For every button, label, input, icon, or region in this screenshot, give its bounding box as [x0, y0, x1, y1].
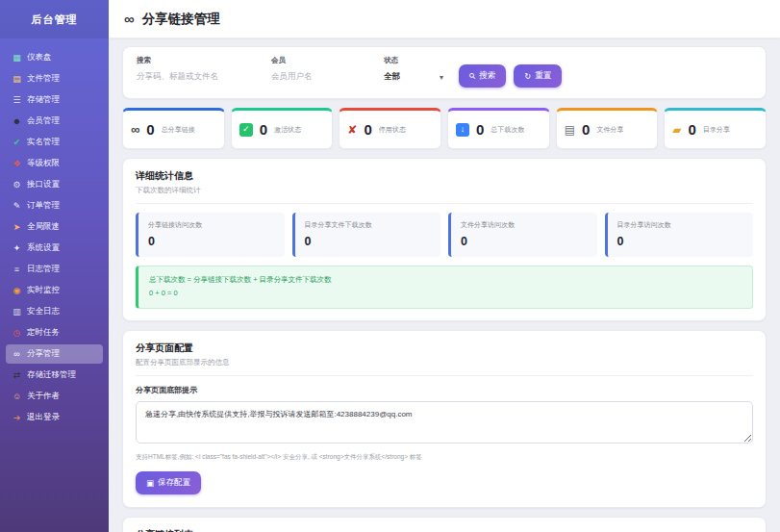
sidebar-item-label: 会员管理: [27, 115, 60, 127]
sidebar-item-files[interactable]: ▤ 文件管理: [6, 69, 103, 89]
sidebar-item-api[interactable]: ⚙ 接口设置: [6, 175, 103, 194]
stat-box-file-share-visits: 文件分享访问次数 0: [448, 213, 597, 257]
content: 搜索 会员 状态 全部 ▾ ⚲ 搜索: [109, 38, 780, 532]
check-icon: ✔: [12, 138, 22, 147]
stat-box-value: 0: [617, 235, 744, 248]
status-select[interactable]: 全部 ▾: [384, 69, 443, 85]
stat-value: 0: [689, 121, 696, 138]
link-icon: ∞: [12, 349, 22, 359]
stat-box-value: 0: [305, 235, 432, 248]
stat-box-label: 分享链接访问次数: [148, 220, 275, 230]
formula-line2: 0 + 0 = 0: [149, 287, 742, 300]
status-label: 状态: [384, 56, 443, 65]
sidebar-item-speedlimit[interactable]: ➤ 全局限速: [6, 217, 103, 237]
sidebar-item-logout[interactable]: ➔ 退出登录: [6, 408, 103, 427]
search-field-group: 搜索: [137, 56, 250, 83]
stat-value: 0: [364, 121, 371, 138]
sidebar-item-label: 接口设置: [27, 179, 60, 190]
sidebar-item-dashboard[interactable]: ▦ 仪表盘: [6, 48, 103, 67]
sidebar-item-label: 全局限速: [27, 221, 60, 233]
sidebar-item-realname[interactable]: ✔ 实名管理: [6, 133, 103, 152]
stat-box-label: 目录分享文件下载次数: [305, 220, 432, 230]
file-icon: ▤: [565, 124, 575, 136]
sidebar-item-system-settings[interactable]: ✦ 系统设置: [6, 239, 103, 258]
sidebar-item-label: 订单管理: [27, 200, 60, 212]
sidebar-item-label: 退出登录: [27, 412, 60, 423]
share-config-title: 分享页面配置: [136, 342, 753, 355]
stat-card-total-links: ∞ 0 总分享链接: [122, 108, 225, 149]
search-button[interactable]: ⚲ 搜索: [459, 64, 506, 88]
folder-icon: ▤: [12, 74, 22, 84]
stat-value: 0: [146, 121, 154, 138]
stat-value: 0: [582, 121, 590, 138]
order-icon: ✎: [12, 201, 22, 211]
stat-card-active: ✓ 0 激活状态: [231, 108, 334, 149]
sidebar-menu: ▦ 仪表盘 ▤ 文件管理 ☰ 存储管理 ☻ 会员管理 ✔ 实名管理 ❖ 等级权限: [0, 38, 109, 429]
migrate-icon: ⇄: [12, 370, 22, 380]
sidebar-item-label: 仪表盘: [27, 52, 52, 63]
detail-stats-title: 详细统计信息: [136, 169, 753, 183]
sidebar-item-about[interactable]: ☺ 关于作者: [6, 387, 103, 406]
member-label: 会员: [271, 56, 363, 65]
sidebar-item-orders[interactable]: ✎ 订单管理: [6, 196, 103, 215]
search-input[interactable]: [137, 69, 250, 83]
sidebar-item-monitor[interactable]: ◉ 实时监控: [6, 281, 103, 300]
gear-icon: ⚙: [12, 180, 22, 190]
app-title: 后台管理: [0, 0, 109, 38]
stat-box-dir-share-visits: 目录分享访问次数 0: [605, 213, 754, 257]
sidebar-item-storage[interactable]: ☰ 存储管理: [6, 90, 103, 110]
stat-card-dir-shares: ▰ 0 目录分享: [664, 108, 767, 149]
folder-icon: ▰: [672, 124, 681, 136]
page-title: 分享链接管理: [142, 11, 220, 28]
filter-bar: 搜索 会员 状态 全部 ▾ ⚲ 搜索: [122, 46, 767, 99]
sidebar-item-logs[interactable]: ≡ 日志管理: [6, 260, 103, 279]
stat-box-dir-file-downloads: 目录分享文件下载次数 0: [292, 213, 441, 257]
detail-stats-card: 详细统计信息 下载次数的详细统计 分享链接访问次数 0 目录分享文件下载次数 0…: [122, 158, 767, 321]
shield-icon: ❖: [12, 159, 22, 168]
sidebar-item-label: 文件管理: [27, 73, 60, 85]
stat-card-downloads: ↓ 0 总下载次数: [447, 108, 550, 149]
share-config-card: 分享页面配置 配置分享页面底部显示的信息 分享页面底部提示 急速分享,由快传系统…: [122, 330, 767, 508]
stat-box-label: 目录分享访问次数: [617, 220, 744, 230]
sidebar-item-share[interactable]: ∞ 分享管理: [6, 344, 103, 364]
sidebar-item-label: 分享管理: [27, 348, 60, 360]
sidebar-item-migration[interactable]: ⇄ 存储迁移管理: [6, 366, 103, 385]
sidebar-item-label: 等级权限: [27, 158, 60, 169]
stat-label: 文件分享: [596, 125, 623, 135]
share-list-title: 分享链接列表: [136, 528, 753, 532]
reset-button[interactable]: ↻ 重置: [514, 64, 562, 88]
sidebar-item-cron[interactable]: ◷ 定时任务: [6, 323, 103, 342]
stat-label: 目录分享: [703, 125, 730, 135]
stat-box-value: 0: [461, 235, 588, 248]
share-list-card: 分享链接列表 共 0 个分享链接: [122, 517, 767, 532]
clock-icon: ◷: [12, 328, 22, 338]
stat-label: 总分享链接: [162, 125, 195, 135]
sidebar-item-label: 系统设置: [27, 242, 60, 254]
sidebar-item-members[interactable]: ☻ 会员管理: [6, 112, 103, 131]
users-icon: ☻: [12, 116, 22, 126]
check-icon: ✓: [239, 123, 253, 137]
member-input[interactable]: [271, 69, 363, 83]
formula-line1: 总下载次数 = 分享链接下载次数 + 目录分享文件下载次数: [149, 273, 742, 287]
dashboard-icon: ▦: [12, 53, 22, 63]
sidebar: 后台管理 ▦ 仪表盘 ▤ 文件管理 ☰ 存储管理 ☻ 会员管理 ✔ 实名管理: [0, 0, 109, 532]
page-header: ∞ 分享链接管理: [109, 0, 780, 38]
divider: [136, 375, 753, 376]
sidebar-item-permissions[interactable]: ❖ 等级权限: [6, 154, 103, 173]
main-area: ∞ 分享链接管理 搜索 会员 状态 全部 ▾: [109, 0, 780, 532]
divider: [136, 203, 753, 204]
footer-tip-textarea[interactable]: 急速分享,由快传系统提供支持,举报与投诉请发送邮箱至:4238884239@qq…: [136, 401, 753, 443]
status-selected-value: 全部: [384, 71, 400, 83]
sidebar-item-security-logs[interactable]: ▥ 安全日志: [6, 302, 103, 321]
member-field-group: 会员: [271, 56, 363, 83]
sidebar-item-label: 定时任务: [27, 327, 60, 339]
sidebar-item-label: 实名管理: [27, 137, 60, 148]
rocket-icon: ➤: [12, 222, 22, 232]
logout-icon: ➔: [12, 413, 22, 422]
save-config-button[interactable]: ▣ 保存配置: [136, 471, 201, 494]
wrench-icon: ✦: [12, 243, 22, 253]
download-formula-note: 总下载次数 = 分享链接下载次数 + 目录分享文件下载次数 0 + 0 = 0: [136, 266, 753, 309]
download-icon: ↓: [456, 123, 469, 137]
filter-buttons: ⚲ 搜索 ↻ 重置: [459, 64, 562, 88]
cross-icon: ✘: [347, 124, 357, 136]
